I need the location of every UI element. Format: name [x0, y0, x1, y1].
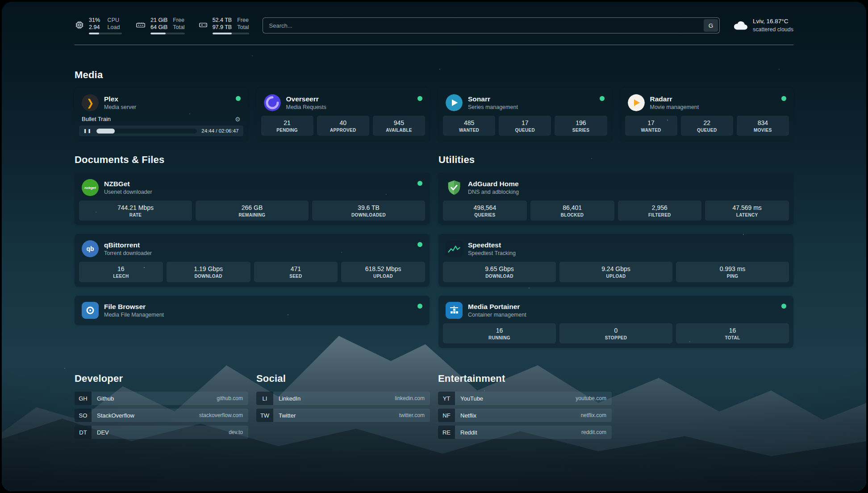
service-stats: 498,564QUERIES 86,401BLOCKED 2,956FILTER… — [443, 201, 789, 221]
card-nzbget[interactable]: nzbget NZBGet Usenet downloader 744.21 M… — [75, 173, 430, 225]
card-qbittorrent[interactable]: qb qBittorrent Torrent downloader 16LEEC… — [75, 234, 430, 286]
search-provider-button[interactable]: G — [704, 19, 718, 32]
stat-label: PENDING — [263, 127, 312, 134]
search-input[interactable] — [263, 17, 720, 33]
section-documents: Documents & Files nzbget NZBGet Usenet d… — [75, 154, 430, 325]
bookmark-url: reddit.com — [581, 429, 612, 435]
service-description: Container management — [468, 311, 526, 318]
card-radarr[interactable]: Radarr Movie management 17WANTED 22QUEUE… — [621, 88, 794, 141]
cpu-usage-label: CPU — [108, 17, 122, 24]
service-text: Media Portainer Container management — [468, 302, 526, 318]
stat-value: 471 — [256, 265, 336, 273]
bookmark-name: Github — [92, 395, 114, 402]
stat-label: RUNNING — [445, 335, 554, 341]
card-header: qb qBittorrent Torrent downloader — [79, 238, 425, 262]
bookmark-abbr: GH — [75, 392, 92, 405]
stat-box: 498,564QUERIES — [443, 201, 527, 221]
stat-box: 47.569 msLATENCY — [705, 201, 789, 221]
playback-progress[interactable] — [96, 129, 197, 134]
card-adguard[interactable]: AdGuard Home DNS and adblocking 498,564Q… — [438, 173, 793, 225]
stat-box: 9.24 GbpsUPLOAD — [559, 262, 672, 282]
speedtest-icon — [446, 240, 463, 257]
stat-box: 2,956FILTERED — [618, 201, 702, 221]
disk-stats: 52.4 TB Free 97.9 TB Total — [213, 17, 249, 35]
adguard-icon — [446, 179, 463, 196]
stat-box: 945AVAILABLE — [373, 116, 425, 136]
weather-location: Lviv, 16.87°C — [753, 17, 793, 25]
bookmark-group-entertainment: Entertainment YT YouTube youtube.com NF … — [438, 373, 612, 439]
memory-stats: 21 GiB Free 64 GiB Total — [150, 17, 185, 35]
stat-value: 2,956 — [620, 204, 700, 212]
bookmark-dev[interactable]: DT DEV dev.to — [75, 426, 248, 439]
service-stats: 744.21 MbpsRATE 266 GBREMAINING 39.6 TBD… — [79, 201, 425, 221]
service-description: Series management — [468, 104, 518, 111]
cpu-usage-value: 31% — [89, 17, 102, 24]
gear-icon[interactable]: ⚙ — [235, 116, 241, 122]
stat-box: 17QUEUED — [499, 116, 551, 136]
service-name: Radarr — [650, 95, 699, 104]
stat-value: 834 — [739, 119, 787, 127]
card-portainer[interactable]: Media Portainer Container management 16R… — [438, 296, 793, 348]
service-name: qBittorrent — [104, 241, 152, 250]
stat-value: 17 — [501, 119, 549, 127]
bookmark-url: stackoverflow.com — [199, 412, 248, 418]
card-filebrowser[interactable]: File Browser Media File Management — [75, 296, 430, 325]
bookmark-twitter[interactable]: TW Twitter twitter.com — [256, 409, 430, 422]
service-name: Overseerr — [286, 95, 326, 104]
cpu-icon — [75, 20, 84, 30]
card-plex[interactable]: ❯ Plex Media server Bullet Train ⚙ ❚❚ — [75, 88, 248, 141]
stat-label: APPROVED — [319, 127, 367, 134]
card-header: Radarr Movie management — [625, 92, 789, 116]
stat-label: SEED — [256, 273, 336, 280]
two-column-area: Documents & Files nzbget NZBGet Usenet d… — [75, 154, 793, 348]
filebrowser-icon — [82, 302, 99, 319]
service-text: Sonarr Series management — [468, 95, 518, 111]
pause-button[interactable]: ❚❚ — [83, 129, 92, 133]
section-title-utilities: Utilities — [438, 154, 793, 166]
disk-progress-bar — [213, 33, 249, 34]
stat-value: 618.52 Mbps — [343, 265, 423, 273]
disk-free-label: Free — [237, 17, 249, 24]
stat-value: 16 — [678, 326, 787, 335]
bookmark-github[interactable]: GH Github github.com — [75, 392, 248, 405]
stat-value: 47.569 ms — [707, 204, 787, 212]
service-text: NZBGet Usenet downloader — [104, 180, 152, 196]
service-name: Media Portainer — [468, 302, 526, 311]
bookmark-group-title: Developer — [75, 373, 248, 384]
memory-widget: 21 GiB Free 64 GiB Total — [135, 17, 185, 35]
bookmark-youtube[interactable]: YT YouTube youtube.com — [438, 392, 612, 405]
bookmark-name: LinkedIn — [273, 395, 300, 402]
service-text: Speedtest Speedtest Tracking — [468, 241, 516, 257]
snow-specks — [2, 2, 3, 3]
stat-label: RATE — [81, 212, 190, 218]
bookmark-linkedin[interactable]: LI LinkedIn linkedin.com — [256, 392, 430, 405]
service-name: AdGuard Home — [468, 180, 519, 188]
bookmark-url: dev.to — [229, 429, 248, 435]
service-text: File Browser Media File Management — [104, 302, 164, 318]
stat-box: 16RUNNING — [443, 323, 556, 343]
memory-total-label: Total — [173, 24, 184, 31]
bookmark-reddit[interactable]: RE Reddit reddit.com — [438, 426, 612, 439]
section-utilities: Utilities AdGuard Home DNS and adblockin… — [438, 154, 793, 348]
stat-box: 16TOTAL — [676, 323, 789, 343]
plex-icon: ❯ — [82, 94, 99, 111]
status-dot — [417, 242, 422, 247]
stat-label: MOVIES — [739, 127, 787, 134]
bookmark-name: DEV — [92, 429, 109, 436]
stat-box: 39.6 TBDOWNLOADED — [312, 201, 425, 221]
bookmark-stackoverflow[interactable]: SO StackOverflow stackoverflow.com — [75, 409, 248, 422]
stat-label: SERIES — [556, 127, 605, 134]
section-title-documents: Documents & Files — [75, 154, 430, 166]
disk-free-value: 52.4 TB — [213, 17, 232, 24]
radarr-icon — [628, 94, 645, 111]
service-description: Movie management — [650, 104, 699, 111]
dashboard-content: 31% CPU 2.94 Load 21 GiB Free 64 GiB Tot… — [2, 2, 866, 439]
bookmark-url: linkedin.com — [395, 395, 430, 401]
bookmark-netflix[interactable]: NF Netflix netflix.com — [438, 409, 612, 422]
card-overseerr[interactable]: Overseerr Media Requests 21PENDING 40APP… — [257, 88, 430, 141]
service-name: Plex — [104, 95, 136, 104]
nzbget-icon: nzbget — [82, 179, 99, 196]
card-speedtest[interactable]: Speedtest Speedtest Tracking 9.65 GbpsDO… — [438, 234, 793, 286]
bookmark-url: github.com — [217, 395, 248, 401]
card-sonarr[interactable]: Sonarr Series management 485WANTED 17QUE… — [438, 88, 612, 141]
